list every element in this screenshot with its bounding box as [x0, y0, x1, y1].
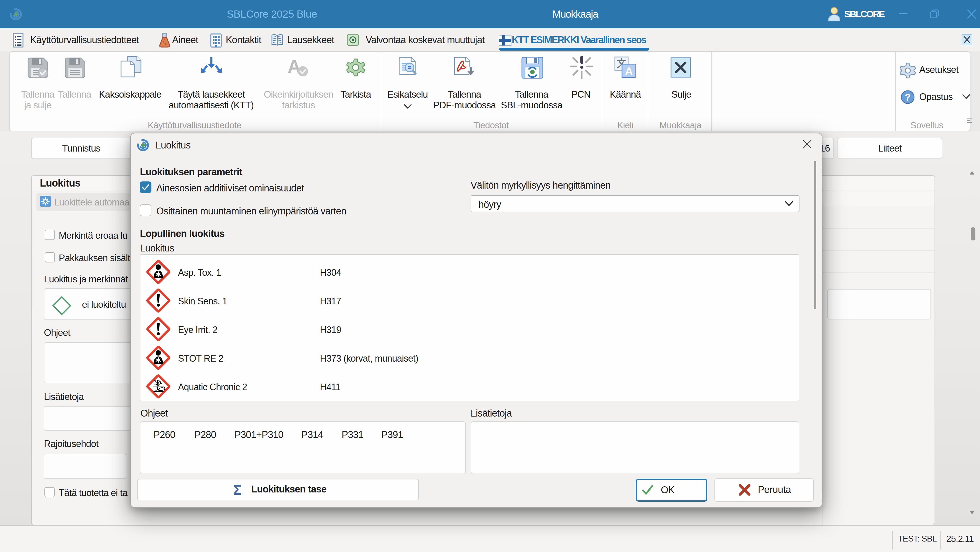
svg-text:A: A — [625, 65, 633, 77]
svg-text:?: ? — [905, 92, 910, 103]
